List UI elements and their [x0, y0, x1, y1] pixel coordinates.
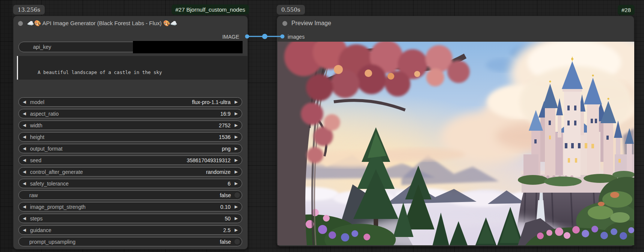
node-id-badge: #27 Bjornulf_custom_nodes [172, 5, 249, 15]
link-wire[interactable] [243, 33, 285, 40]
api-key-redaction [133, 41, 243, 53]
right-arrow-icon[interactable]: ▶ [231, 181, 242, 186]
widget-value: 2.5 [223, 227, 231, 233]
left-arrow-icon[interactable]: ◀ [19, 181, 30, 186]
widget-label: guidance [30, 227, 51, 233]
right-arrow-icon[interactable]: ▶ [231, 204, 242, 209]
widget-row-image_prompt_strength[interactable]: ◀image_prompt_strength0.10▶ [18, 202, 242, 211]
widget-value: 50 [225, 216, 231, 222]
input-port-label: images [288, 34, 305, 40]
image-output-port[interactable] [245, 35, 249, 39]
output-port-label: IMAGE [222, 34, 239, 40]
right-arrow-icon[interactable]: ▶ [231, 169, 242, 174]
node-api-image-generator[interactable]: ☁️🎨 API Image Generator (Black Forest La… [13, 16, 248, 249]
widget-value: 2752 [219, 122, 231, 128]
widget-row-control_after_generate[interactable]: ◀control_after_generaterandomize▶ [18, 167, 242, 177]
widget-row-prompt_upsampling[interactable]: prompt_upsamplingfalse [18, 237, 242, 246]
widget-row-steps[interactable]: ◀steps50▶ [18, 214, 242, 223]
widget-row-safety_tolerance[interactable]: ◀safety_tolerance6▶ [18, 179, 242, 188]
widget-label: height [30, 134, 44, 140]
preview-image [278, 42, 634, 245]
node-title: ☁️🎨 API Image Generator (Black Forest La… [27, 20, 177, 27]
widget-value: randomize [206, 169, 231, 175]
right-arrow-icon[interactable]: ▶ [231, 100, 242, 104]
widget-value: 16:9 [220, 111, 231, 117]
widget-label: image_prompt_strength [30, 204, 86, 210]
widget-label: control_after_generate [30, 169, 83, 175]
toggle-knob[interactable] [234, 238, 240, 245]
right-arrow-icon[interactable]: ▶ [231, 228, 242, 232]
widget-row-raw[interactable]: rawfalse [18, 190, 242, 200]
widget-label: seed [30, 157, 41, 163]
widget-row-output_format[interactable]: ◀output_formatpng▶ [18, 144, 242, 153]
right-arrow-icon[interactable]: ▶ [231, 123, 242, 128]
node-preview-image[interactable]: Preview Image images [277, 16, 634, 246]
left-arrow-icon[interactable]: ◀ [19, 216, 30, 221]
left-arrow-icon[interactable]: ◀ [19, 146, 30, 151]
prompt-text: A beautiful landscape of a castle in the… [38, 69, 162, 75]
widget-label: width [30, 122, 42, 128]
widget-label: aspect_ratio [30, 111, 59, 117]
widget-row-width[interactable]: ◀width2752▶ [18, 121, 242, 130]
images-input-port[interactable] [281, 35, 285, 39]
canvas-edge-shade [0, 0, 12, 252]
widget-value: false [220, 192, 231, 198]
collapse-dot-icon[interactable] [18, 21, 23, 26]
left-arrow-icon[interactable]: ◀ [19, 228, 30, 232]
prompt-textarea[interactable]: A beautiful landscape of a castle in the… [17, 56, 247, 80]
left-arrow-icon[interactable]: ◀ [19, 204, 30, 209]
widget-value: false [220, 239, 231, 245]
left-arrow-icon[interactable]: ◀ [19, 111, 30, 116]
widget-value: flux-pro-1.1-ultra [192, 99, 231, 105]
node-title: Preview Image [291, 20, 331, 27]
right-arrow-icon[interactable]: ▶ [231, 158, 242, 163]
widget-label: safety_tolerance [30, 181, 69, 187]
widget-label: output_format [30, 146, 62, 152]
right-arrow-icon[interactable]: ▶ [231, 146, 242, 151]
widget-value: 358617049319312 [187, 157, 231, 163]
right-arrow-icon[interactable]: ▶ [231, 216, 242, 221]
node-header: Preview Image [282, 18, 331, 28]
left-arrow-icon[interactable]: ◀ [19, 123, 30, 128]
widget-value: 0.10 [220, 204, 231, 210]
widget-label: raw [29, 192, 38, 198]
collapse-dot-icon[interactable] [282, 21, 287, 26]
toggle-knob[interactable] [234, 192, 240, 198]
execution-time-badge: 0.550s [277, 5, 305, 15]
execution-time-badge: 13.256s [13, 5, 45, 15]
widget-value: 1536 [219, 134, 231, 140]
left-arrow-icon[interactable]: ◀ [19, 100, 30, 104]
widget-label: model [30, 99, 44, 105]
widget-row-height[interactable]: ◀height1536▶ [18, 132, 242, 142]
left-arrow-icon[interactable]: ◀ [19, 158, 30, 163]
widget-label: steps [30, 216, 42, 222]
widget-value: png [222, 146, 231, 152]
left-arrow-icon[interactable]: ◀ [19, 134, 30, 139]
link-midpoint-dot [262, 34, 267, 39]
right-arrow-icon[interactable]: ▶ [231, 134, 242, 139]
comfyui-canvas[interactable]: 13.256s #27 Bjornulf_custom_nodes 0.550s… [0, 0, 644, 252]
widget-label: prompt_upsampling [29, 239, 75, 245]
widget-value: 6 [228, 181, 231, 187]
right-arrow-icon[interactable]: ▶ [231, 111, 242, 116]
widget-row-model[interactable]: ◀modelflux-pro-1.1-ultra▶ [18, 97, 242, 107]
node-id-badge: #28 [618, 5, 635, 15]
widget-row-guidance[interactable]: ◀guidance2.5▶ [18, 225, 242, 235]
node-header: ☁️🎨 API Image Generator (Black Forest La… [18, 18, 177, 28]
left-arrow-icon[interactable]: ◀ [19, 169, 30, 174]
api-key-label: api_key [33, 44, 51, 50]
text-caret [17, 56, 18, 80]
widget-row-aspect_ratio[interactable]: ◀aspect_ratio16:9▶ [18, 109, 242, 118]
widget-row-seed[interactable]: ◀seed358617049319312▶ [18, 155, 242, 165]
